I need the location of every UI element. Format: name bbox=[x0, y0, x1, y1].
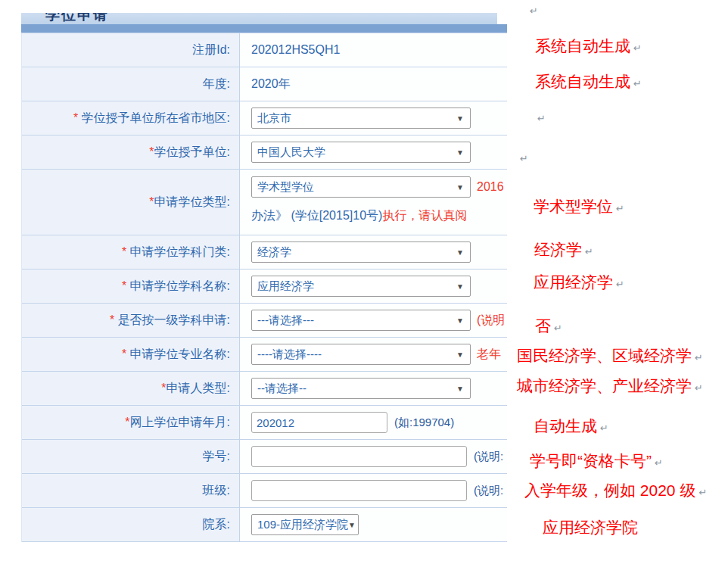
major-select[interactable]: ----请选择----▼ bbox=[251, 344, 471, 365]
field-label: 注册Id: bbox=[22, 33, 239, 67]
field-value-text: 2020年 bbox=[251, 76, 291, 92]
annotation-text: 否 bbox=[535, 317, 551, 335]
selected-option: ----请选择---- bbox=[257, 347, 322, 362]
return-mark-icon: ↵ bbox=[633, 78, 642, 89]
dropdown-arrow-icon: ▼ bbox=[348, 521, 356, 529]
dropdown-arrow-icon: ▼ bbox=[456, 248, 464, 257]
return-mark-icon: ↵ bbox=[554, 323, 562, 334]
dropdown-arrow-icon: ▼ bbox=[456, 316, 464, 325]
province-select[interactable]: 北京市▼ bbox=[251, 108, 471, 129]
table-row: *申请人类型: --请选择--▼ bbox=[22, 372, 507, 406]
class-input[interactable] bbox=[251, 480, 467, 501]
table-row: *网上学位申请年月: (如:199704) bbox=[22, 406, 507, 440]
field-label: *学位授予单位: bbox=[22, 136, 239, 169]
field-label: 年度: bbox=[22, 67, 239, 101]
field-label-text: 注册Id: bbox=[192, 42, 230, 58]
field-label-text: 班级: bbox=[203, 483, 230, 499]
field-label-text: 网上学位申请年月: bbox=[130, 415, 230, 431]
section-title: 学位申请 bbox=[45, 13, 109, 24]
annotation-note: 应用经济学院 bbox=[543, 519, 638, 535]
field-label-text: 院系: bbox=[203, 517, 230, 533]
selected-option: 北京市 bbox=[257, 111, 291, 126]
field-label: *申请学位类型: bbox=[22, 170, 239, 235]
applicant-type-select[interactable]: --请选择--▼ bbox=[251, 378, 471, 399]
annotation-note: 学术型学位↵ bbox=[534, 198, 624, 214]
table-row: 班级: (说明: bbox=[22, 474, 507, 508]
student-no-input[interactable] bbox=[251, 446, 467, 467]
degree-unit-select[interactable]: 中国人民大学▼ bbox=[251, 142, 471, 163]
annotation-text: 入学年级，例如 2020 级 bbox=[524, 481, 695, 499]
field-label-text: 学位授予单位: bbox=[154, 145, 230, 160]
field-label: * 申请学位专业名称: bbox=[22, 338, 239, 371]
annotation-text: 系统自动生成 bbox=[535, 37, 630, 55]
field-class: (说明: bbox=[239, 474, 507, 507]
section-marker-icon: ▪▪ bbox=[28, 13, 36, 17]
field-label: *网上学位申请年月: bbox=[22, 406, 239, 439]
header-strip bbox=[21, 24, 507, 33]
selected-option: 109-应用经济学院 bbox=[257, 518, 348, 532]
department-select[interactable]: 109-应用经济学院▼ bbox=[251, 514, 359, 535]
return-mark-icon: ↵ bbox=[537, 114, 546, 123]
dropdown-arrow-icon: ▼ bbox=[456, 282, 464, 291]
inline-red-note: 老年 bbox=[477, 347, 501, 363]
inline-hint: (如:199704) bbox=[394, 416, 454, 430]
return-mark-icon: ↵ bbox=[616, 203, 624, 214]
discipline-name-select[interactable]: 应用经济学▼ bbox=[251, 276, 471, 297]
field-label: *申请人类型: bbox=[22, 372, 239, 405]
field-label: * 申请学位学科名称: bbox=[22, 270, 239, 303]
return-mark-icon: ↵ bbox=[520, 154, 528, 164]
table-row: 院系: 109-应用经济学院▼ bbox=[22, 508, 507, 542]
return-mark-icon: ↵ bbox=[655, 457, 663, 469]
field-first-level-apply: ---请选择---▼ (说明 bbox=[239, 304, 507, 337]
dropdown-arrow-icon: ▼ bbox=[456, 183, 464, 192]
selected-option: 应用经济学 bbox=[257, 279, 314, 294]
field-label: * 学位授予单位所在省市地区: bbox=[22, 101, 239, 135]
discipline-category-select[interactable]: 经济学▼ bbox=[251, 241, 471, 263]
field-discipline-name: 应用经济学▼ bbox=[239, 270, 507, 303]
field-label-text: 学号: bbox=[203, 449, 230, 465]
field-applicant-type: --请选择--▼ bbox=[239, 372, 507, 405]
first-level-select[interactable]: ---请选择---▼ bbox=[251, 310, 471, 331]
dropdown-arrow-icon: ▼ bbox=[456, 148, 464, 157]
field-discipline-category: 经济学▼ bbox=[239, 235, 507, 269]
regulation-text: 办法》 (学位[2015]10号) bbox=[251, 208, 382, 224]
dropdown-arrow-icon: ▼ bbox=[456, 114, 464, 123]
annotation-text: 系统自动生成 bbox=[535, 73, 630, 90]
annotation-text: 城市经济学、产业经济学 bbox=[517, 377, 692, 394]
annotation-note: 学号即“资格卡号”↵ bbox=[530, 453, 663, 469]
field-label: 学号: bbox=[22, 440, 239, 473]
table-row: *申请学位类型: 学术型学位▼ 2016 办法》 (学位[2015]10号) 执… bbox=[22, 170, 507, 235]
table-row: 注册Id: 202012HS5QH1 bbox=[22, 33, 507, 67]
annotation-note: 入学年级，例如 2020 级↵ bbox=[524, 482, 707, 498]
field-reg-id: 202012HS5QH1 bbox=[239, 33, 507, 67]
table-row: 年度: 2020年 bbox=[22, 67, 507, 101]
field-label-text: 年度: bbox=[203, 76, 230, 92]
degree-type-select[interactable]: 学术型学位▼ bbox=[251, 176, 471, 198]
inline-hint: (说明: bbox=[474, 450, 503, 464]
table-row: * 申请学位学科门类: 经济学▼ bbox=[22, 235, 507, 270]
annotation-note: 经济学↵ bbox=[534, 241, 593, 257]
table-row: * 学位授予单位所在省市地区: 北京市▼ bbox=[22, 101, 507, 136]
selected-option: --请选择-- bbox=[257, 382, 306, 396]
field-province: 北京市▼ bbox=[239, 101, 507, 135]
annotation-text: 学术型学位 bbox=[534, 198, 613, 215]
field-department: 109-应用经济学院▼ bbox=[239, 508, 507, 541]
annotation-note: 城市经济学、产业经济学↵ bbox=[517, 378, 703, 394]
annotation-text: 自动生成 bbox=[534, 417, 597, 435]
field-degree-type: 学术型学位▼ 2016 办法》 (学位[2015]10号) 执行，请认真阅 bbox=[239, 170, 507, 235]
annotation-text: 国民经济学、区域经济学 bbox=[517, 347, 692, 364]
apply-ym-input[interactable] bbox=[251, 412, 387, 433]
field-label-text: 申请人类型: bbox=[166, 381, 230, 397]
inline-hint: (说明: bbox=[474, 484, 503, 498]
field-value-text: 202012HS5QH1 bbox=[251, 43, 340, 57]
table-row: *学位授予单位: 中国人民大学▼ bbox=[22, 136, 507, 170]
annotation-text: 应用经济学 bbox=[534, 273, 613, 291]
annotation-text: 应用经济学院 bbox=[543, 519, 638, 536]
annotation-note: 国民经济学、区域经济学↵ bbox=[517, 347, 703, 363]
table-row: * 申请学位专业名称: ----请选择----▼ 老年 bbox=[22, 338, 507, 372]
return-mark-icon: ↵ bbox=[600, 422, 608, 434]
annotation-note: 系统自动生成↵ bbox=[535, 38, 642, 54]
regulation-warning: 执行，请认真阅 bbox=[382, 208, 467, 224]
selected-option: ---请选择--- bbox=[257, 313, 314, 328]
annotation-text: 经济学 bbox=[534, 241, 582, 258]
